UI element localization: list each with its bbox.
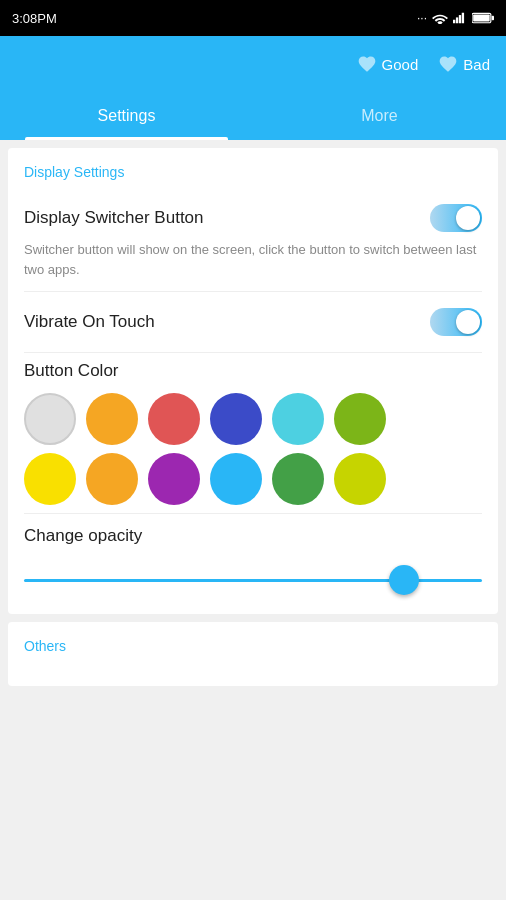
header: Good Bad <box>0 36 506 92</box>
wifi-icon <box>432 12 448 24</box>
svg-rect-1 <box>456 17 458 23</box>
bad-heart-icon <box>438 54 458 74</box>
bad-label: Bad <box>463 56 490 73</box>
battery-icon <box>472 12 494 24</box>
good-heart-icon <box>357 54 377 74</box>
status-bar: 3:08PM ··· <box>0 0 506 36</box>
good-badge: Good <box>357 54 419 74</box>
others-title: Others <box>24 638 482 654</box>
svg-rect-2 <box>459 15 461 23</box>
display-switcher-toggle[interactable] <box>430 204 482 232</box>
status-icons: ··· <box>417 11 494 25</box>
color-green[interactable] <box>334 393 386 445</box>
color-purple[interactable] <box>148 453 200 505</box>
color-orange[interactable] <box>86 393 138 445</box>
color-blue-dark[interactable] <box>210 393 262 445</box>
signal-icon <box>453 12 467 24</box>
display-switcher-row: Display Switcher Button <box>24 196 482 240</box>
button-color-title: Button Color <box>24 361 482 381</box>
time-display: 3:08PM <box>12 11 57 26</box>
divider-3 <box>24 513 482 514</box>
others-card: Others <box>8 622 498 686</box>
opacity-slider-container <box>24 562 482 598</box>
opacity-slider-track <box>24 579 482 582</box>
svg-rect-6 <box>473 14 490 21</box>
switcher-description: Switcher button will show on the screen,… <box>24 240 482 279</box>
color-dark-green[interactable] <box>272 453 324 505</box>
color-cyan[interactable] <box>272 393 324 445</box>
display-settings-title: Display Settings <box>24 164 482 180</box>
svg-rect-0 <box>453 20 455 24</box>
vibrate-toggle[interactable] <box>430 308 482 336</box>
opacity-title: Change opacity <box>24 526 482 546</box>
color-light-blue[interactable] <box>210 453 262 505</box>
divider-2 <box>24 352 482 353</box>
color-row-1 <box>24 393 482 445</box>
color-red[interactable] <box>148 393 200 445</box>
opacity-slider-thumb[interactable] <box>389 565 419 595</box>
vibrate-row: Vibrate On Touch <box>24 300 482 344</box>
main-content: Display Settings Display Switcher Button… <box>0 140 506 900</box>
tab-more[interactable]: More <box>253 92 506 140</box>
tab-bar: Settings More <box>0 92 506 140</box>
color-yellow-green[interactable] <box>334 453 386 505</box>
divider-1 <box>24 291 482 292</box>
color-row-2 <box>24 453 482 505</box>
dots-icon: ··· <box>417 11 427 25</box>
tab-settings[interactable]: Settings <box>0 92 253 140</box>
color-orange2[interactable] <box>86 453 138 505</box>
display-switcher-label: Display Switcher Button <box>24 208 204 228</box>
color-yellow[interactable] <box>24 453 76 505</box>
bad-badge: Bad <box>438 54 490 74</box>
good-label: Good <box>382 56 419 73</box>
display-settings-card: Display Settings Display Switcher Button… <box>8 148 498 614</box>
color-white[interactable] <box>24 393 76 445</box>
svg-rect-3 <box>462 13 464 24</box>
svg-rect-5 <box>492 16 494 21</box>
vibrate-label: Vibrate On Touch <box>24 312 155 332</box>
